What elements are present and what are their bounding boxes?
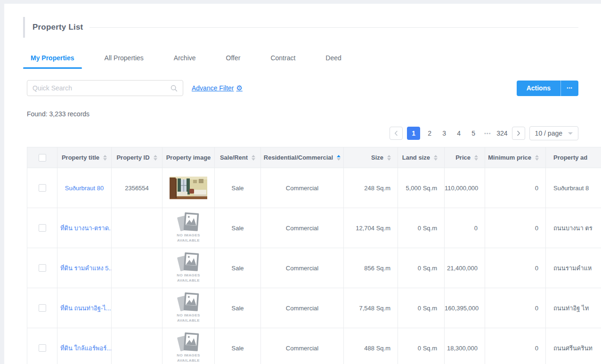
title-row: Property List: [23, 17, 578, 38]
header-property-title[interactable]: Property title: [57, 147, 112, 168]
page-number-last[interactable]: 324: [496, 129, 507, 137]
sort-icon[interactable]: [474, 155, 478, 161]
property-title-link[interactable]: Suðurbraut 80: [57, 168, 112, 208]
land-size-cell: 5,000 Sq.m: [398, 168, 445, 208]
select-all-checkbox[interactable]: [39, 154, 46, 162]
row-checkbox[interactable]: [39, 264, 46, 272]
page-number-3[interactable]: 3: [439, 129, 449, 137]
size-cell: 856 Sq.m: [344, 248, 398, 288]
row-checkbox[interactable]: [39, 344, 46, 352]
sort-icon[interactable]: [252, 155, 255, 161]
table-row: ที่ดิน บางนา-ตราด...: [27, 208, 601, 248]
page-number-4[interactable]: 4: [454, 129, 464, 137]
minimum-price-cell: 0: [485, 248, 546, 288]
row-checkbox[interactable]: [39, 184, 46, 192]
advance-filter-label: Advance Filter: [192, 84, 234, 92]
residential-commercial-cell: Commercial: [261, 248, 344, 288]
property-title-link[interactable]: ที่ดิน ถนนท่าอิฐ-ไ...: [57, 288, 112, 328]
price-cell: 0: [445, 208, 485, 248]
header-sale-rent[interactable]: Sale/Rent: [215, 147, 261, 168]
pagination-ellipsis[interactable]: •••: [483, 130, 492, 136]
header-checkbox-cell: [27, 147, 57, 168]
header-property-id[interactable]: Property ID: [112, 147, 162, 168]
residential-commercial-cell: Commercial: [261, 288, 344, 328]
land-size-cell: 0 Sq.m: [398, 288, 445, 328]
sort-icon[interactable]: [434, 155, 438, 161]
page-size-value: 10 / page: [535, 129, 562, 137]
property-table-wrap: Property title Property ID Property imag…: [27, 147, 601, 364]
price-cell: 160,395,000: [445, 288, 485, 328]
no-image-text: NO IMAGES AVAILABLE: [173, 233, 203, 243]
tab-all-properties[interactable]: All Properties: [97, 50, 151, 69]
size-cell: 248 Sq.m: [344, 168, 398, 208]
minimum-price-cell: 0: [485, 208, 546, 248]
property-table: Property title Property ID Property imag…: [27, 147, 601, 364]
sort-icon[interactable]: [387, 155, 391, 161]
property-id-cell: [112, 328, 162, 364]
size-cell: 7,548 Sq.m: [344, 288, 398, 328]
header-land-size[interactable]: Land size: [398, 147, 445, 168]
residential-commercial-cell: Commercial: [261, 168, 344, 208]
gear-icon: ⚙: [236, 84, 242, 92]
size-cell: 488 Sq.m: [344, 328, 398, 364]
sale-rent-cell: Sale: [215, 168, 261, 208]
quick-search-box[interactable]: [27, 80, 183, 96]
header-property-address[interactable]: Property ad: [546, 147, 601, 168]
search-icon[interactable]: [171, 85, 178, 92]
page-number-1[interactable]: 1: [407, 127, 420, 140]
size-cell: 12,704 Sq.m: [344, 208, 398, 248]
property-title-link[interactable]: ที่ดิน รามคำแหง 5...: [57, 248, 112, 288]
row-checkbox-cell: [27, 328, 57, 364]
property-image-cell: [162, 168, 215, 208]
property-list-card: Property List My Properties All Properti…: [4, 4, 601, 364]
property-address-cell: ถนนบางนา ตร: [546, 208, 601, 248]
property-address-cell: ถนนท่าอิฐ ไท: [546, 288, 601, 328]
row-checkbox[interactable]: [39, 304, 46, 312]
property-image-cell: NO IMAGES AVAILABLE: [162, 328, 215, 364]
page-size-select[interactable]: 10 / page: [529, 126, 578, 140]
table-row: ที่ดิน รามคำแหง 5...: [27, 248, 601, 288]
sort-icon-active-asc[interactable]: [337, 155, 341, 161]
sort-icon[interactable]: [103, 155, 107, 161]
tab-offer[interactable]: Offer: [219, 50, 248, 69]
advance-filter-link[interactable]: Advance Filter ⚙: [192, 84, 243, 92]
next-page-button[interactable]: [512, 127, 525, 140]
land-size-cell: 0 Sq.m: [398, 208, 445, 248]
actions-more-button[interactable]: •••: [561, 81, 578, 96]
sort-icon[interactable]: [154, 155, 157, 161]
row-checkbox-cell: [27, 248, 57, 288]
sort-icon[interactable]: [535, 155, 539, 161]
property-address-cell: ถนนศรีนครินท: [546, 328, 601, 364]
row-checkbox-cell: [27, 208, 57, 248]
prev-page-button[interactable]: [390, 127, 403, 140]
row-checkbox[interactable]: [39, 224, 46, 232]
actions-button[interactable]: Actions: [517, 81, 560, 96]
price-cell: 110,000,000: [445, 168, 485, 208]
header-size[interactable]: Size: [344, 147, 398, 168]
minimum-price-cell: 0: [485, 328, 546, 364]
property-id-cell: 2356554: [112, 168, 162, 208]
header-property-image: Property image: [162, 147, 215, 168]
land-size-cell: 0 Sq.m: [398, 328, 445, 364]
property-image-cell: NO IMAGES AVAILABLE: [162, 208, 215, 248]
sale-rent-cell: Sale: [215, 248, 261, 288]
header-minimum-price[interactable]: Minimum price: [485, 147, 546, 168]
bedroom-photo[interactable]: [170, 177, 207, 199]
tab-archive[interactable]: Archive: [166, 50, 203, 69]
header-price[interactable]: Price: [445, 147, 485, 168]
header-row: Property title Property ID Property imag…: [27, 147, 601, 168]
property-title-link[interactable]: ที่ดิน ใกล้แอร์พอร์...: [57, 328, 112, 364]
page-number-5[interactable]: 5: [468, 129, 479, 137]
tab-deed[interactable]: Deed: [318, 50, 349, 69]
table-row: Suðurbraut 80 2356554: [27, 168, 601, 208]
price-cell: 21,400,000: [445, 248, 485, 288]
found-records-text: Found: 3,233 records: [27, 110, 601, 118]
no-image-text: NO IMAGES AVAILABLE: [173, 313, 203, 324]
property-title-link[interactable]: ที่ดิน บางนา-ตราด...: [57, 208, 112, 248]
tab-contract[interactable]: Contract: [263, 50, 303, 69]
quick-search-input[interactable]: [32, 84, 167, 92]
header-residential-commercial[interactable]: Residential/Commercial: [261, 147, 344, 168]
sale-rent-cell: Sale: [215, 288, 261, 328]
tab-my-properties[interactable]: My Properties: [23, 50, 82, 69]
page-number-2[interactable]: 2: [424, 129, 435, 137]
